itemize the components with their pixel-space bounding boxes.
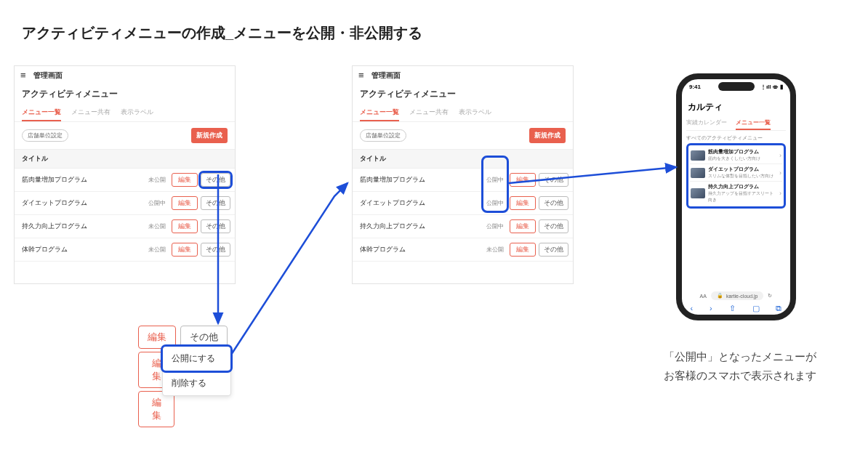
tabs: メニュー一覧 メニュー共有 表示ラベル bbox=[353, 105, 573, 122]
phone-time: 9:41 bbox=[689, 84, 701, 90]
status-badge: 未公開 bbox=[148, 176, 166, 184]
back-icon[interactable]: ‹ bbox=[690, 304, 693, 313]
tab-calendar[interactable]: 実績カレンダー bbox=[686, 116, 727, 130]
thumbnail-icon bbox=[691, 150, 705, 161]
scope-chip[interactable]: 店舗単位設定 bbox=[360, 129, 406, 142]
url-text: kartie-cloud.jp bbox=[726, 294, 758, 299]
section-title: アクティビティメニュー bbox=[15, 85, 235, 105]
table-row: 筋肉量増加プログラム 未公開 編集 その他 bbox=[15, 169, 235, 192]
caption-text: 「公開中」となったメニューが お客様のスマホで表示されます bbox=[631, 347, 849, 384]
row-title: 筋肉量増加プログラム bbox=[360, 175, 486, 185]
row-title: 持久力向上プログラム bbox=[22, 222, 148, 231]
tab-menu-list[interactable]: メニュー一覧 bbox=[22, 105, 61, 121]
other-button[interactable]: その他 bbox=[539, 219, 568, 233]
table-row: 持久力向上プログラム 未公開 編集 その他 bbox=[15, 215, 235, 238]
edit-button[interactable]: 編集 bbox=[172, 196, 198, 210]
other-button[interactable]: その他 bbox=[201, 196, 230, 210]
tab-menu-list[interactable]: メニュー一覧 bbox=[736, 116, 771, 130]
tab-menu-share[interactable]: メニュー共有 bbox=[409, 105, 449, 121]
forward-icon[interactable]: › bbox=[710, 304, 712, 313]
edit-button[interactable]: 編集 bbox=[510, 173, 536, 187]
item-desc: スリムな体型を目指したい方向け bbox=[708, 173, 776, 179]
menu-icon[interactable] bbox=[358, 72, 367, 80]
app-title: カルティ bbox=[686, 100, 786, 116]
menu-icon[interactable] bbox=[20, 72, 29, 80]
list-item[interactable]: 持久力向上プログラム 持久力アップを目指すアスリート向き › bbox=[690, 182, 782, 205]
tabs: メニュー一覧 メニュー共有 表示ラベル bbox=[15, 105, 235, 122]
row-title: 持久力向上プログラム bbox=[360, 222, 486, 231]
tab-display-label[interactable]: 表示ラベル bbox=[121, 105, 153, 121]
tabs-icon[interactable]: ⧉ bbox=[776, 304, 781, 313]
chevron-right-icon: › bbox=[779, 152, 781, 159]
row-title: ダイエットプログラム bbox=[360, 198, 486, 208]
tab-display-label[interactable]: 表示ラベル bbox=[459, 105, 491, 121]
section-title: アクティビティメニュー bbox=[353, 85, 573, 105]
edit-button[interactable]: 編集 bbox=[172, 243, 198, 257]
other-button[interactable]: その他 bbox=[539, 196, 568, 210]
list-item[interactable]: ダイエットプログラム スリムな体型を目指したい方向け › bbox=[690, 164, 782, 182]
other-button[interactable]: その他 bbox=[539, 173, 568, 187]
status-badge: 公開中 bbox=[148, 199, 166, 207]
edit-button[interactable]: 編集 bbox=[510, 196, 536, 210]
menu-list-highlight: 筋肉量増加プログラム 筋肉を大きくしたい方向け › ダイエットプログラム スリム… bbox=[686, 143, 786, 209]
row-title: 体幹プログラム bbox=[22, 245, 148, 254]
table-row: 体幹プログラム 未公開 編集 その他 bbox=[353, 238, 573, 262]
publish-menu-item[interactable]: 公開にする bbox=[163, 347, 230, 371]
new-button[interactable]: 新規作成 bbox=[191, 128, 228, 143]
status-badge: 公開中 bbox=[486, 222, 504, 230]
item-title: 持久力向上プログラム bbox=[708, 183, 776, 190]
item-title: ダイエットプログラム bbox=[708, 166, 776, 173]
delete-menu-item[interactable]: 削除する bbox=[163, 371, 230, 395]
list-subtitle: すべてのアクティビティメニュー bbox=[686, 133, 786, 143]
status-badge: 未公開 bbox=[148, 246, 166, 254]
bookmarks-icon[interactable]: ▢ bbox=[752, 304, 760, 313]
item-title: 筋肉量増加プログラム bbox=[708, 148, 776, 156]
table-row: 筋肉量増加プログラム 公開中 編集 その他 bbox=[353, 169, 573, 192]
phone-signal-icon: ⋮ıll ⌯ ▮ bbox=[760, 84, 783, 90]
context-menu: 公開にする 削除する bbox=[162, 346, 231, 396]
phone-mockup: 9:41 ⋮ıll ⌯ ▮ カルティ 実績カレンダー メニュー一覧 すべてのアク… bbox=[676, 73, 796, 320]
other-button[interactable]: その他 bbox=[201, 173, 230, 187]
row-title: ダイエットプログラム bbox=[22, 198, 148, 208]
column-title: タイトル bbox=[15, 149, 235, 169]
status-badge: 未公開 bbox=[148, 222, 166, 230]
column-title: タイトル bbox=[353, 149, 573, 169]
page-title: アクティビティメニューの作成_メニューを公開・非公開する bbox=[22, 23, 422, 43]
table-row: ダイエットプログラム 公開中 編集 その他 bbox=[15, 192, 235, 215]
window-title: 管理画面 bbox=[371, 70, 401, 81]
new-button[interactable]: 新規作成 bbox=[529, 128, 566, 143]
edit-button[interactable]: 編集 bbox=[510, 243, 536, 257]
tab-menu-share[interactable]: メニュー共有 bbox=[71, 105, 110, 121]
lock-icon: 🔒 bbox=[717, 293, 723, 299]
item-desc: 筋肉を大きくしたい方向け bbox=[708, 156, 776, 162]
reload-icon[interactable]: ↻ bbox=[768, 293, 772, 299]
scope-chip[interactable]: 店舗単位設定 bbox=[22, 129, 68, 142]
admin-panel-before: 管理画面 アクティビティメニュー メニュー一覧 メニュー共有 表示ラベル 店舗単… bbox=[14, 65, 236, 284]
item-desc: 持久力アップを目指すアスリート向き bbox=[708, 190, 776, 203]
tab-menu-list[interactable]: メニュー一覧 bbox=[360, 105, 399, 121]
other-button[interactable]: その他 bbox=[201, 243, 230, 257]
popover-zoom: 編集 その他 編集 編集 公開にする 削除する bbox=[138, 326, 240, 430]
edit-button[interactable]: 編集 bbox=[138, 391, 174, 427]
window-title: 管理画面 bbox=[33, 70, 63, 81]
row-title: 体幹プログラム bbox=[360, 245, 486, 254]
other-button[interactable]: その他 bbox=[201, 219, 230, 233]
edit-button[interactable]: 編集 bbox=[510, 219, 536, 233]
table-row: 持久力向上プログラム 公開中 編集 その他 bbox=[353, 215, 573, 238]
chevron-right-icon: › bbox=[779, 169, 781, 177]
row-title: 筋肉量増加プログラム bbox=[22, 175, 148, 185]
chevron-right-icon: › bbox=[779, 190, 781, 197]
thumbnail-icon bbox=[691, 188, 705, 198]
edit-button[interactable]: 編集 bbox=[172, 173, 198, 187]
thumbnail-icon bbox=[691, 168, 705, 178]
table-row: 体幹プログラム 未公開 編集 その他 bbox=[15, 238, 235, 262]
share-icon[interactable]: ⇧ bbox=[729, 304, 736, 313]
other-button[interactable]: その他 bbox=[539, 243, 568, 257]
status-badge: 未公開 bbox=[486, 246, 504, 254]
status-highlight bbox=[483, 157, 507, 211]
admin-panel-after: 管理画面 アクティビティメニュー メニュー一覧 メニュー共有 表示ラベル 店舗単… bbox=[352, 65, 574, 284]
edit-button[interactable]: 編集 bbox=[172, 219, 198, 233]
text-size-icon[interactable]: AA bbox=[700, 294, 707, 299]
list-item[interactable]: 筋肉量増加プログラム 筋肉を大きくしたい方向け › bbox=[690, 147, 782, 164]
table-row: ダイエットプログラム 公開中 編集 その他 bbox=[353, 192, 573, 215]
